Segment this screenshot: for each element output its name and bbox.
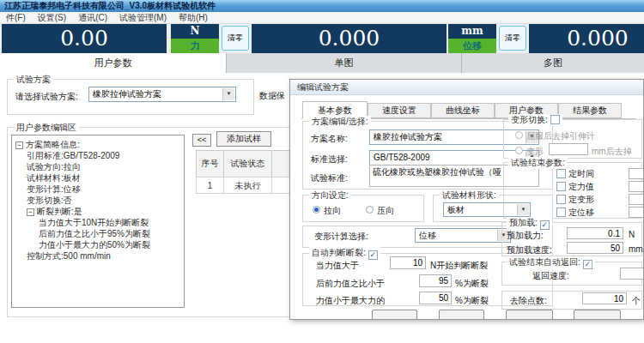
- break-rule2-input[interactable]: [419, 274, 452, 287]
- end-param-deform: 定变形: [556, 194, 594, 206]
- tree-collapse-icon[interactable]: −: [15, 141, 23, 149]
- dialog-tab-curve[interactable]: 曲线坐标: [431, 103, 495, 118]
- displacement-clear-button[interactable]: 清零: [499, 26, 526, 51]
- break-rule1-input[interactable]: [390, 256, 426, 269]
- end-force-input[interactable]: [629, 181, 644, 192]
- deform-calc-dropdown[interactable]: 位移 ▼: [415, 228, 511, 243]
- auto-return-checkbox[interactable]: ✓: [583, 260, 592, 269]
- return-speed-input[interactable]: [620, 268, 644, 280]
- deform-switch-group-title: 变形切换:: [508, 114, 562, 126]
- force-channel-label: 力: [171, 39, 219, 53]
- break-rule3-prefix: 力值小于最大力的: [316, 295, 385, 307]
- edit-plan-dialog: 编辑试验方案 基本参数 速度设置 曲线坐标 用户参数 结果参数 方案编辑/选择:…: [289, 79, 644, 320]
- tab-multi-graph[interactable]: 多图: [462, 53, 644, 73]
- tree-item-deform-calc[interactable]: 变形计算:位移: [15, 184, 184, 195]
- extra-display: 0.000: [529, 24, 644, 53]
- displacement-display: 0.000: [252, 24, 447, 53]
- direction-group-title: 方向设定:: [309, 190, 351, 202]
- tree-item-standard[interactable]: 引用标准:GB/T528-2009: [15, 150, 184, 161]
- deform-switch-radio[interactable]: [515, 147, 523, 154]
- preload-checkbox[interactable]: ✓: [540, 220, 550, 230]
- remove-points-unit: 个: [632, 295, 641, 307]
- break-rule1-suffix: N开始判断断裂: [430, 260, 488, 272]
- displacement-unit-label: mm: [448, 24, 496, 39]
- tension-radio[interactable]: [313, 206, 320, 214]
- test-plan-group-title: 试验方案: [14, 74, 53, 86]
- end-force-checkbox[interactable]: [556, 182, 566, 191]
- preload-force-input[interactable]: [567, 227, 623, 239]
- preload-force-label: 预加载力:: [507, 230, 544, 242]
- break-rule3-input[interactable]: [419, 292, 452, 304]
- window-title: 江苏正瑞泰邦电子科技有限公司_V3.0板材料试验机软件: [0, 0, 644, 12]
- menu-bar: 件(F)设置(S)通讯(C)试验管理(M)帮助(H): [0, 12, 644, 24]
- dialog-bottom-button-2[interactable]: [439, 310, 484, 320]
- preload-speed-unit: mm/m: [629, 244, 644, 254]
- remove-extensometer-radio[interactable]: [515, 131, 523, 139]
- deform-switch-input[interactable]: [549, 143, 588, 155]
- end-deform-checkbox[interactable]: [556, 195, 566, 204]
- material-shape-group-title: 试验材料形状:: [440, 190, 499, 202]
- end-time-checkbox[interactable]: [556, 169, 566, 178]
- tree-collapse-icon[interactable]: −: [27, 208, 34, 216]
- force-unit-label: N: [171, 24, 219, 39]
- tree-item-material[interactable]: 试样材料:板材: [15, 172, 184, 184]
- compression-radio-label[interactable]: 压向: [377, 205, 394, 217]
- add-specimen-button[interactable]: 添加试样: [216, 131, 271, 147]
- tree-item-break-rule2[interactable]: 后前力值之比小于95%为断裂: [15, 228, 184, 239]
- tree-item-break-judge[interactable]: −断裂判断:是: [15, 206, 184, 217]
- end-param-time: 定时间: [556, 168, 594, 180]
- menu-item-file[interactable]: 件(F): [0, 12, 32, 23]
- end-displacement-checkbox[interactable]: [556, 208, 566, 217]
- tension-radio-label[interactable]: 拉向: [324, 205, 341, 217]
- tab-single-graph[interactable]: 单图: [227, 53, 462, 73]
- menu-item-help[interactable]: 帮助(H): [173, 12, 214, 23]
- test-standard-label: 试验标准:: [311, 172, 348, 184]
- deform-switch-checkbox[interactable]: [550, 115, 560, 124]
- end-time-input[interactable]: [629, 168, 644, 179]
- deform-calc-label: 变形计算选择:: [314, 231, 368, 243]
- dialog-bottom-button-1[interactable]: [372, 310, 417, 320]
- break-rule2-prefix: 后前力值之比小于: [316, 278, 385, 290]
- end-displacement-input[interactable]: [629, 207, 644, 218]
- tab-user-params[interactable]: 用户参数: [0, 53, 227, 73]
- tree-item-deform-switch[interactable]: 变形切换:否: [15, 195, 184, 206]
- dialog-bottom-button-4[interactable]: [574, 310, 621, 320]
- main-tab-bar: 用户参数 单图 多图: [0, 53, 644, 73]
- tree-root-label: 方案简略信息:: [26, 140, 80, 149]
- chevron-down-icon[interactable]: ▼: [222, 88, 234, 100]
- plan-select-dropdown[interactable]: 橡胶拉伸试验方案 ▼: [88, 87, 236, 102]
- deform-switch-suffix: mm后去掉: [592, 146, 632, 158]
- tree-root[interactable]: −方案简略信息:: [15, 139, 184, 150]
- user-param-edit-group-title: 用户参数编辑区: [14, 122, 79, 134]
- menu-item-settings[interactable]: 设置(S): [32, 12, 72, 23]
- remove-extensometer-label[interactable]: 屈服后去掉引伸计: [526, 130, 595, 142]
- dialog-tab-result[interactable]: 结果参数: [558, 103, 622, 118]
- force-clear-button[interactable]: 清零: [222, 26, 249, 51]
- table-row-status[interactable]: 未执行: [223, 177, 272, 194]
- tree-item-control-mode[interactable]: 控制方式:500 mm/min: [15, 250, 184, 262]
- dialog-bottom-button-3[interactable]: [506, 310, 553, 320]
- tree-item-break-rule1[interactable]: 当力值大于10N开始判断断裂: [15, 217, 184, 228]
- tree-item-break-rule3[interactable]: 力值小于最大力的50%为断裂: [15, 239, 184, 250]
- deform-switch-prefix[interactable]: 变形: [526, 146, 544, 158]
- table-row-no[interactable]: 1: [196, 177, 224, 194]
- dialog-tab-speed[interactable]: 速度设置: [368, 103, 431, 118]
- end-deform-input[interactable]: [629, 194, 644, 205]
- auto-return-group-title: 试验结束自动返回:✓: [507, 256, 595, 269]
- displacement-unit-box: mm 位移: [448, 24, 496, 53]
- end-param-displacement: 定位移: [556, 207, 594, 219]
- plan-select-label: 请选择试验方案:: [15, 91, 78, 103]
- preload-speed-label: 预加载速度:: [507, 244, 552, 256]
- end-param-force: 定力值: [556, 181, 594, 193]
- compression-radio[interactable]: [366, 206, 374, 214]
- remove-points-input[interactable]: [582, 292, 627, 304]
- plan-summary-tree[interactable]: −方案简略信息: 引用标准:GB/T528-2009 试验方向:拉向 试样材料:…: [11, 135, 185, 308]
- display-row: 0.00 N 力 清零 0.000 mm 位移 清零 0.000: [0, 24, 644, 53]
- break-rule1-prefix: 当力值大于: [316, 260, 359, 272]
- tree-item-direction[interactable]: 试验方向:拉向: [15, 161, 184, 172]
- menu-item-test-manage[interactable]: 试验管理(M): [113, 12, 173, 23]
- menu-item-comm[interactable]: 通讯(C): [72, 12, 113, 23]
- preload-speed-input[interactable]: [567, 242, 623, 254]
- auto-break-checkbox[interactable]: ✓: [368, 250, 378, 260]
- collapse-panel-button[interactable]: <<: [192, 134, 211, 147]
